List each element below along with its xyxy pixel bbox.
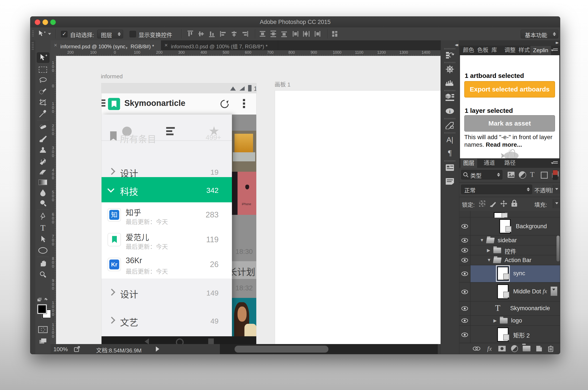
navigator-panel-icon[interactable] [444, 64, 455, 74]
paragraph-styles-panel-icon[interactable] [444, 177, 455, 186]
dodge-tool[interactable] [37, 198, 49, 208]
tab-libraries[interactable]: 库 [489, 46, 500, 55]
layers-scrollbar-thumb[interactable] [556, 236, 560, 261]
tab-channels[interactable]: 通道 [481, 158, 498, 168]
collapse-triangle-icon[interactable]: ▶ [493, 318, 497, 323]
filter-type-layers-icon[interactable]: T [530, 170, 535, 179]
canvas[interactable]: informed 画板 1 12:30 [56, 56, 441, 344]
quick-mask-button[interactable] [37, 325, 49, 335]
visibility-eye-icon[interactable] [459, 217, 470, 235]
visibility-eye-icon[interactable] [459, 316, 470, 325]
visibility-eye-icon[interactable] [459, 265, 470, 282]
align-horizontal-centers-icon[interactable] [231, 31, 238, 37]
horizontal-ruler[interactable]: 200100 0100 200300 400500 600700 800900 … [56, 50, 441, 56]
marquee-tool[interactable] [37, 65, 49, 75]
tab-informed-psd[interactable]: × informed.psd @ 100% (sync，RGB/8#) * [50, 40, 161, 50]
character-styles-panel-icon[interactable] [444, 163, 455, 172]
info-panel-icon[interactable]: i [444, 106, 455, 116]
layer-row-action-bar[interactable]: ▼ Action Bar [459, 255, 560, 265]
auto-align-icon[interactable] [331, 31, 339, 37]
auto-select-checkbox[interactable]: ✓ [61, 31, 67, 37]
delete-layer-icon[interactable] [546, 345, 555, 352]
lock-all-icon[interactable] [511, 199, 517, 207]
artboard-2[interactable] [275, 91, 441, 344]
move-tool[interactable] [37, 52, 49, 63]
distribute-right-edges-icon[interactable] [314, 31, 321, 37]
distribute-horizontal-centers-icon[interactable] [303, 31, 310, 37]
layers-panel-menu-icon[interactable] [551, 160, 558, 166]
layer-row-sidebar[interactable]: ▼ sidebar [459, 236, 560, 245]
horizontal-scrollbar[interactable] [220, 344, 438, 354]
panel-menu-icon[interactable] [551, 48, 558, 53]
character-panel-icon[interactable]: A| [444, 135, 455, 144]
align-left-edges-icon[interactable] [220, 31, 227, 37]
align-top-edges-icon[interactable] [187, 31, 194, 37]
tab-informed3-psd[interactable]: × informed3.0.psd @ 100% (组 7, RGB/8*) * [161, 40, 278, 50]
artboard-label-informed[interactable]: informed [101, 73, 123, 80]
brush-tool[interactable] [37, 134, 49, 144]
layer-row-controls[interactable]: ▶ 控件 [459, 245, 560, 255]
filter-pixel-layers-icon[interactable] [507, 171, 515, 178]
workspace-dropdown[interactable]: 基本功能 [521, 30, 558, 38]
link-layers-icon[interactable] [472, 345, 481, 352]
new-group-icon[interactable] [522, 345, 531, 352]
layer-row-partial[interactable] [459, 211, 560, 217]
visibility-eye-icon[interactable] [459, 236, 470, 245]
align-bottom-edges-icon[interactable] [208, 31, 215, 37]
screen-mode-button[interactable] [37, 336, 49, 346]
layer-row-middle-dot[interactable]: Middle Dot fx [459, 283, 560, 301]
artboard-informed[interactable]: 12:30 Skymoonarticle [101, 83, 256, 344]
expand-triangle-icon[interactable]: ▼ [487, 258, 491, 262]
collapse-panels-icon[interactable]: ▸▸ [556, 40, 557, 45]
close-tab-icon[interactable]: × [54, 42, 57, 49]
auto-select-dropdown[interactable]: 图层 [97, 30, 123, 38]
paragraph-panel-icon[interactable]: ¶ [444, 148, 455, 158]
distribute-left-edges-icon[interactable] [292, 31, 300, 37]
histogram-panel-icon[interactable] [444, 78, 455, 88]
filter-adjustment-layers-icon[interactable] [519, 171, 526, 179]
tab-paths[interactable]: 路径 [502, 158, 518, 168]
ellipse-tool[interactable] [37, 245, 49, 255]
crop-tool[interactable] [37, 98, 49, 107]
pen-tool[interactable] [37, 211, 49, 221]
tool-preset-arrow[interactable] [48, 33, 51, 35]
adjustment-layer-icon[interactable] [510, 345, 519, 352]
layer-row-background[interactable]: Background [459, 217, 560, 236]
layer-style-icon[interactable]: fx [485, 345, 494, 352]
share-icon[interactable] [74, 346, 81, 352]
type-tool[interactable]: T [37, 223, 49, 233]
mark-as-asset-button[interactable]: Mark as asset [464, 115, 555, 132]
layer-row-skymoonarticle[interactable]: T Skymoonarticle [459, 301, 560, 316]
3d-panel-icon[interactable] [444, 93, 455, 102]
gradient-tool[interactable] [37, 177, 49, 187]
blend-mode-dropdown[interactable]: 正常 [461, 185, 532, 194]
move-tool-options-icon[interactable] [38, 30, 46, 39]
fx-collapse-button[interactable] [550, 287, 557, 296]
history-brush-tool[interactable] [37, 156, 49, 166]
clone-stamp-tool[interactable] [37, 145, 49, 155]
filter-type-dropdown[interactable]: 类型 [461, 170, 503, 180]
new-layer-icon[interactable] [535, 345, 543, 352]
zoom-tool[interactable] [37, 270, 49, 280]
add-mask-icon[interactable] [498, 345, 506, 352]
tab-layers[interactable]: 图层 [460, 158, 477, 168]
status-menu-arrow[interactable] [156, 346, 159, 352]
align-vertical-centers-icon[interactable] [197, 31, 205, 37]
distribute-bottom-edges-icon[interactable] [280, 31, 288, 37]
expand-triangle-icon[interactable]: ▼ [480, 238, 484, 243]
filter-shape-layers-icon[interactable] [541, 172, 548, 179]
visibility-eye-icon[interactable] [459, 326, 470, 343]
filter-toggle-switch[interactable] [553, 170, 558, 180]
lock-position-icon[interactable] [500, 200, 507, 207]
expand-panels-icon[interactable]: ◂◂ [455, 42, 457, 48]
eyedropper-tool[interactable] [37, 109, 49, 119]
export-artboards-button[interactable]: Export selected artboards [464, 81, 555, 98]
fx-label[interactable]: fx [543, 288, 547, 295]
layer-row-sync-selected[interactable]: sync [459, 265, 560, 283]
collapse-triangle-icon[interactable]: ▶ [487, 248, 490, 253]
tab-zeplin[interactable]: Zeplin [530, 46, 551, 55]
vertical-ruler[interactable]: 1000 100200 300400 500600 700800 9001000… [50, 56, 56, 344]
layer-row-rect2[interactable]: 矩形 2 [459, 326, 560, 343]
visibility-eye-icon[interactable] [459, 245, 470, 255]
history-panel-icon[interactable] [444, 50, 455, 60]
